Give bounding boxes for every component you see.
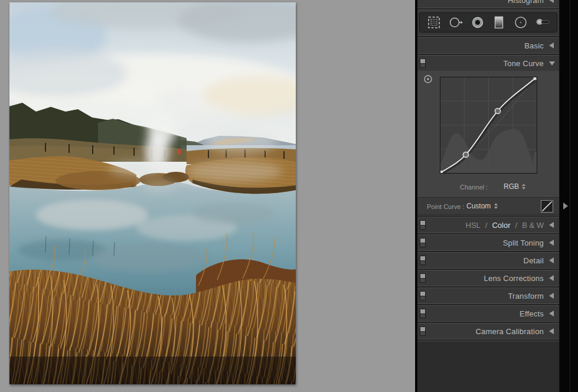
hsl-color-bw-header[interactable]: HSL / Color / B & W <box>417 217 559 233</box>
expand-arrow-icon <box>549 61 555 66</box>
basic-title: Basic <box>524 41 544 50</box>
channel-label: Channel : <box>460 184 488 191</box>
tone-curve-title: Tone Curve <box>504 59 544 68</box>
collapse-arrow-icon <box>549 275 554 281</box>
collapse-arrow-icon <box>549 257 554 263</box>
panel-toggle-switch[interactable] <box>420 58 426 68</box>
toolstrip-wrap <box>417 10 559 35</box>
channel-select[interactable]: RGB <box>504 182 525 191</box>
camera-calibration-title: Camera Calibration <box>475 327 544 336</box>
tone-curve-grid[interactable] <box>440 77 537 174</box>
graduated-filter-icon[interactable] <box>490 14 508 31</box>
collapse-arrow-icon <box>549 328 554 334</box>
landscape-photo <box>9 2 296 384</box>
effects-header[interactable]: Effects <box>417 306 559 321</box>
histogram-title: Histogram <box>508 0 544 5</box>
channel-row: Channel : RGB <box>417 182 559 192</box>
collapse-arrow-icon <box>549 222 554 228</box>
curve-point-highlights[interactable] <box>534 77 537 80</box>
effects-title: Effects <box>520 309 544 318</box>
panel-toggle-switch[interactable] <box>420 220 426 230</box>
panel-toggle-switch[interactable] <box>420 256 426 265</box>
transform-header[interactable]: Transform <box>417 288 559 303</box>
collapse-arrow-icon <box>549 293 554 299</box>
collapse-arrow-icon <box>549 43 554 48</box>
app-window: Histogram <box>0 0 578 392</box>
adjustment-brush-icon[interactable] <box>534 14 551 31</box>
crop-overlay-icon[interactable] <box>425 14 443 31</box>
point-curve-label: Point Curve : <box>427 203 465 210</box>
basic-header[interactable]: Basic <box>417 38 559 53</box>
tab-bw[interactable]: B & W <box>522 221 544 230</box>
edge-divider <box>570 0 570 392</box>
lens-corrections-header[interactable]: Lens Corrections <box>417 270 559 286</box>
point-curve-thumbnail-button[interactable] <box>541 200 553 213</box>
channel-value: RGB <box>504 182 519 191</box>
collapse-arrow-icon <box>549 0 554 3</box>
panel-edge-strip <box>560 0 578 392</box>
stepper-arrows-icon <box>494 203 498 209</box>
detail-header[interactable]: Detail <box>417 253 559 268</box>
collapse-arrow-icon <box>549 240 554 246</box>
camera-calibration-header[interactable]: Camera Calibration <box>417 324 559 339</box>
toolstrip <box>419 12 557 32</box>
develop-panel: Histogram <box>417 0 560 392</box>
tone-curve-header[interactable]: Tone Curve <box>417 55 559 71</box>
panel-empty-area <box>417 341 559 392</box>
lens-corrections-title: Lens Corrections <box>484 274 544 283</box>
panel-toggle-switch[interactable] <box>420 309 426 318</box>
panel-toggle-switch[interactable] <box>420 326 426 336</box>
tab-color[interactable]: Color <box>492 221 510 230</box>
collapse-arrow-icon <box>549 311 554 316</box>
split-toning-title: Split Toning <box>503 239 544 247</box>
transform-title: Transform <box>508 292 544 300</box>
split-toning-header[interactable]: Split Toning <box>417 235 559 250</box>
point-curve-value: Custom <box>466 202 491 210</box>
histogram-section: Histogram <box>417 0 559 8</box>
histogram-header[interactable]: Histogram <box>417 0 559 8</box>
curve-point-darks[interactable] <box>463 152 468 157</box>
panel-toggle-switch[interactable] <box>420 273 426 283</box>
panel-reveal-arrow[interactable] <box>563 202 568 210</box>
slash-separator: / <box>515 221 518 230</box>
spot-removal-icon[interactable] <box>447 14 465 31</box>
radial-filter-icon[interactable] <box>512 14 530 31</box>
right-rail: Histogram <box>415 0 578 392</box>
point-curve-row: Point Curve : Custom <box>417 197 559 215</box>
curve-point-lights[interactable] <box>495 108 500 113</box>
point-curve-select[interactable]: Custom <box>466 202 498 210</box>
panel-toggle-switch[interactable] <box>420 291 426 300</box>
slash-separator: / <box>485 221 488 230</box>
stepper-arrows-icon <box>522 184 525 190</box>
tone-curve-body: Channel : RGB <box>417 71 559 197</box>
red-eye-icon[interactable] <box>469 14 486 31</box>
targeted-adjustment-icon[interactable] <box>423 74 433 84</box>
tab-hsl[interactable]: HSL <box>466 221 481 230</box>
detail-title: Detail <box>524 256 544 265</box>
photo-canvas[interactable] <box>9 2 296 384</box>
panel-toggle-switch[interactable] <box>420 238 426 247</box>
